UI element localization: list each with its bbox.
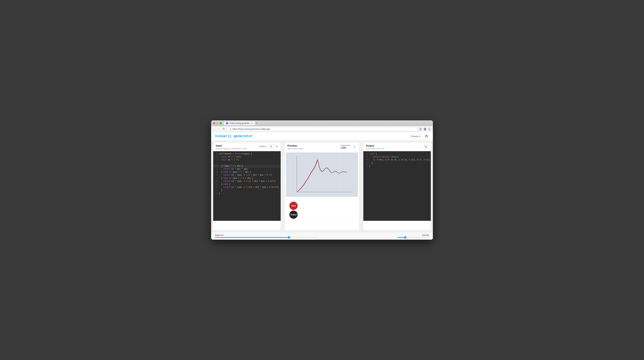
svg-rect-3	[426, 147, 427, 148]
simplify-slider-fill	[215, 237, 289, 238]
play-pause-button[interactable]: ⏸	[352, 144, 357, 149]
profile-icon[interactable]: 👤	[423, 128, 426, 131]
output-line-1: 1 :root {	[363, 153, 431, 156]
simplify-label: SIMPLIFY	[215, 234, 318, 236]
presets-label: Presets	[411, 135, 418, 138]
code-line-6: 6 return n1 * pos * pos;	[213, 168, 281, 171]
title-bar: Linear easing generator ✕ +	[211, 120, 433, 126]
github-icon	[425, 135, 428, 138]
panels: Input Provide easing as JavaScript or SV…	[211, 141, 433, 232]
code-line-12: 12 return n1 * (pos -= 2.625 / d1) * pos…	[213, 186, 281, 189]
app-content: linear() generator Presets ▾ Inpu	[211, 132, 433, 240]
format-select[interactable]: JS SVG	[268, 144, 278, 148]
input-panel-title: Input	[216, 144, 247, 147]
menu-icon[interactable]: ⋮	[428, 128, 431, 131]
browser-tab[interactable]: Linear easing generator ✕	[224, 121, 255, 125]
preview-panel: Preview Here's how it looks: DURATION 1,…	[284, 142, 359, 230]
graph-area	[286, 153, 358, 197]
bottom-controls: SIMPLIFY ROUND	[211, 232, 433, 240]
forward-button[interactable]: ›	[217, 127, 220, 131]
lock-icon: 🔒	[229, 128, 232, 130]
round-slider-track	[398, 237, 429, 238]
simplify-slider-track	[215, 237, 318, 238]
close-traffic-light[interactable]	[213, 122, 215, 124]
code-editor[interactable]: 1 self.bounce = function(pos) { 2 const …	[213, 151, 281, 221]
tab-bar: Linear easing generator ✕ +	[224, 121, 431, 125]
duration-label: DURATION	[340, 145, 350, 147]
output-line-4: 4 );	[363, 162, 431, 165]
tab-close-icon[interactable]: ✕	[251, 122, 253, 125]
url-bar[interactable]: 🔒 https://linear-easing-generator.netlif…	[227, 127, 417, 131]
format-selector: FORMAT JS SVG	[259, 144, 278, 148]
presets-chevron-icon: ▾	[419, 135, 420, 138]
preview-panel-header: Preview Here's how it looks: DURATION 1,…	[285, 143, 359, 151]
extension-icons: ⧉ 👤 ⋮	[419, 128, 431, 131]
easing-graph	[286, 153, 358, 197]
minimize-traffic-light[interactable]	[216, 122, 218, 124]
simplify-slider-thumb[interactable]	[288, 236, 290, 238]
code-line-5: 5 if (pos < 1 / d1) {	[213, 165, 281, 168]
duration-value: 1,333	[340, 147, 350, 149]
output-panel: Output Some shiny new CSS! 1 :root {	[363, 142, 431, 230]
code-line-4: 4	[213, 162, 281, 165]
code-line-14: 14 }	[213, 192, 281, 195]
play-pause-icon: ⏸	[353, 146, 355, 148]
presets-button[interactable]: Presets ▾	[409, 134, 422, 138]
github-button[interactable]	[424, 134, 429, 139]
tab-favicon	[226, 122, 228, 124]
app-logo: linear() generator	[215, 134, 253, 138]
traffic-lights	[213, 122, 222, 124]
input-panel: Input Provide easing as JavaScript or SV…	[213, 142, 281, 230]
round-control: ROUND	[326, 234, 429, 238]
output-ball: Output	[289, 210, 298, 219]
maximize-traffic-light[interactable]	[220, 122, 222, 124]
code-line-1: 1 self.bounce = function(pos) {	[213, 153, 281, 156]
header-right: Presets ▾	[409, 134, 429, 139]
mac-window: Linear easing generator ✕ + ‹ › ↻ 🔒 http…	[211, 120, 433, 240]
output-line-2: 2 --bounce-easing: linear(	[363, 156, 431, 159]
output-code-editor: 1 :root { 2 --bounce-easing: linear( 3 0…	[363, 151, 431, 221]
code-line-9: 9 } else if (pos < 2.5 / d1) {	[213, 177, 281, 180]
tab-title: Linear easing generator	[230, 122, 250, 124]
round-slider-thumb[interactable]	[404, 236, 406, 238]
output-panel-header: Output Some shiny new CSS!	[363, 143, 431, 151]
code-line-10: 10 return n1 * (pos -= 2.25 / d1) * pos …	[213, 180, 281, 183]
code-line-8: 8 return n1 * (pos -= 1.5 / d1) * pos + …	[213, 174, 281, 177]
code-line-7: 7 } else if (pos < 2 / d1) {	[213, 171, 281, 174]
url-text: https://linear-easing-generator.netlify.…	[232, 128, 270, 130]
output-ball-label: Output	[290, 213, 297, 216]
input-ball: Input	[289, 202, 298, 210]
format-label: FORMAT	[259, 146, 266, 147]
code-line-13: 13 }	[213, 189, 281, 192]
preview-panel-title: Preview	[287, 144, 304, 147]
code-line-3: 3 const d1 = 2.75;	[213, 159, 281, 162]
app-header: linear() generator Presets ▾	[211, 132, 433, 141]
copy-button[interactable]	[424, 144, 428, 149]
output-line-5: 5 }	[363, 165, 431, 168]
code-line-11: 11 } else {	[213, 183, 281, 186]
simplify-control: SIMPLIFY	[215, 234, 318, 238]
output-line-3: 3 0, 0.063, 0.25 18.2%, 1 36.4%, 0.813, …	[363, 159, 431, 162]
duration-section: DURATION 1,333 ⏸	[340, 144, 356, 149]
copy-icon	[425, 146, 427, 148]
output-panel-subtitle: Some shiny new CSS!	[366, 148, 385, 150]
back-button[interactable]: ‹	[213, 127, 216, 131]
output-panel-title: Output	[366, 144, 385, 147]
preview-panel-subtitle: Here's how it looks:	[287, 148, 304, 150]
extensions-icon[interactable]: ⧉	[419, 128, 422, 131]
input-panel-header: Input Provide easing as JavaScript or SV…	[213, 143, 281, 151]
input-panel-subtitle: Provide easing as JavaScript or SVG	[216, 148, 247, 150]
refresh-button[interactable]: ↻	[222, 127, 226, 131]
code-line-2: 2 const n1 = 7.5625;	[213, 156, 281, 159]
input-ball-label: Input	[291, 205, 296, 207]
address-bar: ‹ › ↻ 🔒 https://linear-easing-generator.…	[211, 126, 433, 132]
new-tab-button[interactable]: +	[255, 122, 259, 125]
round-label: ROUND	[422, 234, 429, 236]
animation-demo: Input Output	[286, 198, 358, 220]
